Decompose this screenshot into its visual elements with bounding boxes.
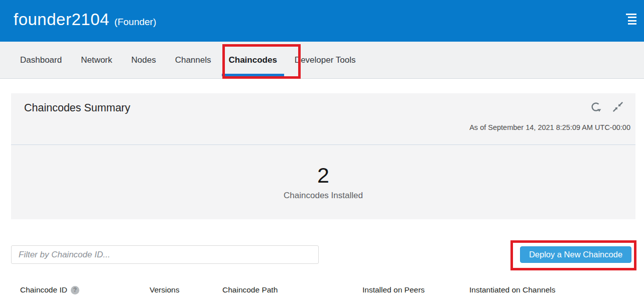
chaincodes-summary-panel: Chaincodes Summary As of September 14, 2…	[11, 93, 635, 219]
hamburger-menu-icon[interactable]	[626, 14, 636, 25]
instance-title-group: founder2104(Founder)	[14, 10, 156, 29]
instance-title: founder2104	[14, 10, 109, 29]
tab-channels[interactable]: Channels	[166, 42, 221, 78]
column-chaincode-id-label: Chaincode ID	[20, 285, 67, 294]
panel-header: Chaincodes Summary As of September 14, 2…	[11, 93, 635, 145]
as-of-timestamp: As of September 14, 2021 8:25:09 AM UTC-…	[469, 123, 630, 131]
refresh-icon[interactable]	[590, 101, 601, 112]
chaincodes-installed-count: 2	[317, 164, 329, 187]
table-header-row: Chaincode ID ? Versions Chaincode Path I…	[0, 285, 644, 296]
instance-role: (Founder)	[114, 17, 156, 27]
column-versions: Versions	[150, 285, 179, 294]
filter-chaincode-input[interactable]	[11, 245, 319, 264]
app-window: founder2104(Founder) Dashboard Network N…	[0, 0, 644, 296]
help-icon[interactable]: ?	[71, 286, 79, 294]
column-chaincode-id: Chaincode ID ?	[20, 285, 79, 294]
tab-developer-tools[interactable]: Developer Tools	[285, 42, 365, 78]
collapse-icon[interactable]	[612, 101, 623, 112]
tab-network[interactable]: Network	[71, 42, 121, 78]
tab-chaincodes[interactable]: Chaincodes	[221, 42, 285, 78]
column-installed-on-peers: Installed on Peers	[362, 285, 425, 294]
panel-body: 2 Chaincodes Installed	[11, 145, 635, 219]
app-header: founder2104(Founder)	[0, 0, 644, 42]
chaincodes-installed-label: Chaincodes Installed	[284, 191, 363, 201]
tab-bar: Dashboard Network Nodes Channels Chainco…	[0, 42, 644, 79]
column-chaincode-path: Chaincode Path	[222, 285, 278, 294]
tab-nodes[interactable]: Nodes	[122, 42, 166, 78]
panel-title: Chaincodes Summary	[24, 102, 131, 114]
column-instantiated-on-channels: Instantiated on Channels	[469, 285, 555, 294]
tab-dashboard[interactable]: Dashboard	[11, 42, 71, 78]
deploy-chaincode-button[interactable]: Deploy a New Chaincode	[520, 246, 631, 263]
